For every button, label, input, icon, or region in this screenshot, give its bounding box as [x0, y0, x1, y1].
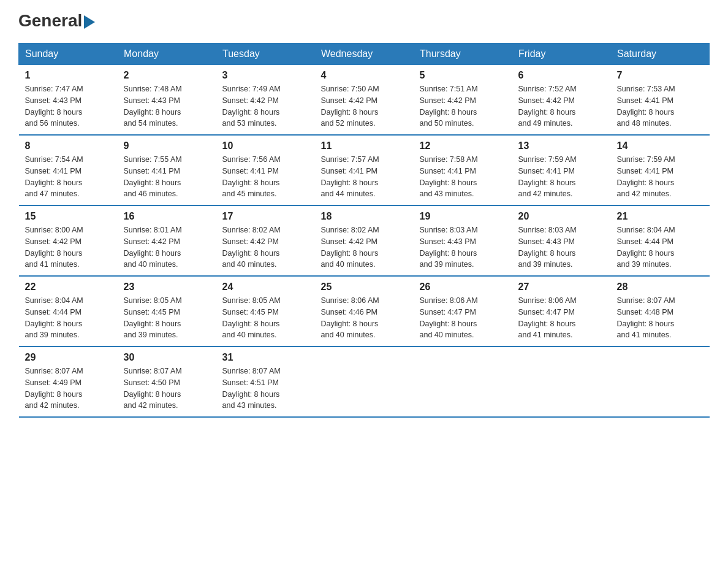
day-info: Sunrise: 8:07 AM Sunset: 4:51 PM Dayligh…	[222, 366, 309, 412]
day-info: Sunrise: 7:54 AM Sunset: 4:41 PM Dayligh…	[25, 154, 112, 200]
calendar-cell: 7 Sunrise: 7:53 AM Sunset: 4:41 PM Dayli…	[611, 65, 710, 136]
day-info: Sunrise: 7:53 AM Sunset: 4:41 PM Dayligh…	[617, 83, 703, 129]
calendar-cell: 1 Sunrise: 7:47 AM Sunset: 4:43 PM Dayli…	[19, 65, 118, 136]
day-number: 19	[420, 211, 506, 222]
calendar-cell: 11 Sunrise: 7:57 AM Sunset: 4:41 PM Dayl…	[315, 135, 414, 205]
day-info: Sunrise: 8:02 AM Sunset: 4:42 PM Dayligh…	[222, 224, 309, 270]
calendar-cell: 26 Sunrise: 8:06 AM Sunset: 4:47 PM Dayl…	[414, 276, 512, 347]
page-header: General	[18, 12, 710, 31]
calendar-cell: 13 Sunrise: 7:59 AM Sunset: 4:41 PM Dayl…	[512, 135, 611, 205]
day-number: 18	[321, 211, 408, 222]
calendar-cell: 5 Sunrise: 7:51 AM Sunset: 4:42 PM Dayli…	[414, 65, 512, 136]
calendar-cell: 28 Sunrise: 8:07 AM Sunset: 4:48 PM Dayl…	[611, 276, 710, 347]
day-number: 10	[222, 140, 309, 151]
calendar-cell: 21 Sunrise: 8:04 AM Sunset: 4:44 PM Dayl…	[611, 205, 710, 276]
calendar-cell: 18 Sunrise: 8:02 AM Sunset: 4:42 PM Dayl…	[315, 205, 414, 276]
week-row-5: 29 Sunrise: 8:07 AM Sunset: 4:49 PM Dayl…	[19, 347, 710, 417]
calendar-cell: 17 Sunrise: 8:02 AM Sunset: 4:42 PM Dayl…	[216, 205, 315, 276]
calendar-cell: 29 Sunrise: 8:07 AM Sunset: 4:49 PM Dayl…	[19, 347, 118, 417]
day-number: 7	[617, 70, 703, 81]
calendar-cell: 27 Sunrise: 8:06 AM Sunset: 4:47 PM Dayl…	[512, 276, 611, 347]
calendar-cell	[512, 347, 611, 417]
day-number: 22	[25, 282, 112, 293]
day-number: 6	[518, 70, 605, 81]
calendar-cell: 15 Sunrise: 8:00 AM Sunset: 4:42 PM Dayl…	[19, 205, 118, 276]
day-number: 4	[321, 70, 408, 81]
calendar-table: SundayMondayTuesdayWednesdayThursdayFrid…	[18, 43, 710, 418]
calendar-cell: 8 Sunrise: 7:54 AM Sunset: 4:41 PM Dayli…	[19, 135, 118, 205]
day-info: Sunrise: 8:04 AM Sunset: 4:44 PM Dayligh…	[617, 224, 703, 270]
day-info: Sunrise: 8:06 AM Sunset: 4:47 PM Dayligh…	[518, 295, 605, 341]
day-number: 2	[124, 70, 210, 81]
day-number: 15	[25, 211, 112, 222]
day-info: Sunrise: 8:01 AM Sunset: 4:42 PM Dayligh…	[124, 224, 210, 270]
day-info: Sunrise: 7:57 AM Sunset: 4:41 PM Dayligh…	[321, 154, 408, 200]
calendar-cell: 16 Sunrise: 8:01 AM Sunset: 4:42 PM Dayl…	[118, 205, 216, 276]
calendar-cell: 30 Sunrise: 8:07 AM Sunset: 4:50 PM Dayl…	[118, 347, 216, 417]
day-info: Sunrise: 7:59 AM Sunset: 4:41 PM Dayligh…	[518, 154, 605, 200]
day-number: 29	[25, 352, 112, 363]
calendar-cell: 10 Sunrise: 7:56 AM Sunset: 4:41 PM Dayl…	[216, 135, 315, 205]
day-number: 27	[518, 282, 605, 293]
logo-general-text: General	[18, 12, 95, 29]
day-number: 31	[222, 352, 309, 363]
day-info: Sunrise: 8:07 AM Sunset: 4:50 PM Dayligh…	[124, 366, 210, 412]
day-info: Sunrise: 7:49 AM Sunset: 4:42 PM Dayligh…	[222, 83, 309, 129]
day-number: 28	[617, 282, 703, 293]
week-row-3: 15 Sunrise: 8:00 AM Sunset: 4:42 PM Dayl…	[19, 205, 710, 276]
calendar-cell: 6 Sunrise: 7:52 AM Sunset: 4:42 PM Dayli…	[512, 65, 611, 136]
day-number: 1	[25, 70, 112, 81]
day-number: 5	[420, 70, 506, 81]
day-info: Sunrise: 8:07 AM Sunset: 4:48 PM Dayligh…	[617, 295, 703, 341]
weekday-header-friday: Friday	[512, 44, 611, 65]
calendar-cell: 19 Sunrise: 8:03 AM Sunset: 4:43 PM Dayl…	[414, 205, 512, 276]
day-info: Sunrise: 7:59 AM Sunset: 4:41 PM Dayligh…	[617, 154, 703, 200]
day-number: 14	[617, 140, 703, 151]
week-row-1: 1 Sunrise: 7:47 AM Sunset: 4:43 PM Dayli…	[19, 65, 710, 136]
day-number: 13	[518, 140, 605, 151]
week-row-4: 22 Sunrise: 8:04 AM Sunset: 4:44 PM Dayl…	[19, 276, 710, 347]
day-info: Sunrise: 7:55 AM Sunset: 4:41 PM Dayligh…	[124, 154, 210, 200]
day-info: Sunrise: 7:51 AM Sunset: 4:42 PM Dayligh…	[420, 83, 506, 129]
day-number: 23	[124, 282, 210, 293]
day-number: 17	[222, 211, 309, 222]
day-number: 21	[617, 211, 703, 222]
day-number: 20	[518, 211, 605, 222]
calendar-cell	[414, 347, 512, 417]
calendar-cell: 9 Sunrise: 7:55 AM Sunset: 4:41 PM Dayli…	[118, 135, 216, 205]
day-info: Sunrise: 8:00 AM Sunset: 4:42 PM Dayligh…	[25, 224, 112, 270]
day-info: Sunrise: 8:03 AM Sunset: 4:43 PM Dayligh…	[420, 224, 506, 270]
calendar-cell: 3 Sunrise: 7:49 AM Sunset: 4:42 PM Dayli…	[216, 65, 315, 136]
weekday-header-wednesday: Wednesday	[315, 44, 414, 65]
day-number: 25	[321, 282, 408, 293]
logo: General	[18, 12, 95, 31]
weekday-header-saturday: Saturday	[611, 44, 710, 65]
calendar-cell: 23 Sunrise: 8:05 AM Sunset: 4:45 PM Dayl…	[118, 276, 216, 347]
day-info: Sunrise: 7:58 AM Sunset: 4:41 PM Dayligh…	[420, 154, 506, 200]
calendar-cell: 22 Sunrise: 8:04 AM Sunset: 4:44 PM Dayl…	[19, 276, 118, 347]
calendar-cell: 25 Sunrise: 8:06 AM Sunset: 4:46 PM Dayl…	[315, 276, 414, 347]
day-info: Sunrise: 8:04 AM Sunset: 4:44 PM Dayligh…	[25, 295, 112, 341]
day-info: Sunrise: 7:48 AM Sunset: 4:43 PM Dayligh…	[124, 83, 210, 129]
calendar-cell	[315, 347, 414, 417]
calendar-cell: 12 Sunrise: 7:58 AM Sunset: 4:41 PM Dayl…	[414, 135, 512, 205]
day-info: Sunrise: 8:03 AM Sunset: 4:43 PM Dayligh…	[518, 224, 605, 270]
day-info: Sunrise: 7:56 AM Sunset: 4:41 PM Dayligh…	[222, 154, 309, 200]
day-info: Sunrise: 7:50 AM Sunset: 4:42 PM Dayligh…	[321, 83, 408, 129]
weekday-header-sunday: Sunday	[19, 44, 118, 65]
day-number: 16	[124, 211, 210, 222]
day-info: Sunrise: 7:52 AM Sunset: 4:42 PM Dayligh…	[518, 83, 605, 129]
calendar-cell: 4 Sunrise: 7:50 AM Sunset: 4:42 PM Dayli…	[315, 65, 414, 136]
day-number: 3	[222, 70, 309, 81]
calendar-cell: 24 Sunrise: 8:05 AM Sunset: 4:45 PM Dayl…	[216, 276, 315, 347]
week-row-2: 8 Sunrise: 7:54 AM Sunset: 4:41 PM Dayli…	[19, 135, 710, 205]
calendar-cell: 2 Sunrise: 7:48 AM Sunset: 4:43 PM Dayli…	[118, 65, 216, 136]
day-info: Sunrise: 8:07 AM Sunset: 4:49 PM Dayligh…	[25, 366, 112, 412]
weekday-header-row: SundayMondayTuesdayWednesdayThursdayFrid…	[19, 44, 710, 65]
day-info: Sunrise: 7:47 AM Sunset: 4:43 PM Dayligh…	[25, 83, 112, 129]
day-info: Sunrise: 8:06 AM Sunset: 4:46 PM Dayligh…	[321, 295, 408, 341]
day-number: 8	[25, 140, 112, 151]
calendar-cell: 31 Sunrise: 8:07 AM Sunset: 4:51 PM Dayl…	[216, 347, 315, 417]
day-number: 11	[321, 140, 408, 151]
day-info: Sunrise: 8:02 AM Sunset: 4:42 PM Dayligh…	[321, 224, 408, 270]
